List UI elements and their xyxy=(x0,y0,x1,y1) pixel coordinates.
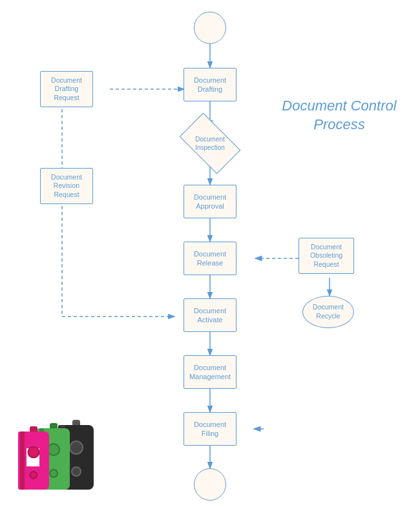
document-inspection-node: Document Inspection xyxy=(184,127,236,160)
binder-pink xyxy=(18,431,49,490)
obsoleting-request-node: Document Obsoleting Request xyxy=(299,238,354,274)
document-release-node: Document Release xyxy=(184,242,236,275)
diagram: Document Drafting Document Inspection Do… xyxy=(0,0,420,509)
document-approval-node: Document Approval xyxy=(184,185,236,218)
page-title: Document Control Process xyxy=(278,97,401,134)
document-activate-node: Document Activate xyxy=(184,298,236,332)
end-circle xyxy=(194,468,226,501)
binder-illustration xyxy=(13,419,116,490)
drafting-request-node: Document Drafting Request xyxy=(40,71,93,107)
revision-request-node: Document Revision Request xyxy=(40,168,93,204)
document-filing-node: Document Filing xyxy=(184,412,236,446)
document-drafting-node: Document Drafting xyxy=(184,68,236,101)
document-management-node: Document Management xyxy=(184,355,236,389)
document-recycle-node: Document Recycle xyxy=(302,296,354,328)
start-circle xyxy=(194,12,226,44)
